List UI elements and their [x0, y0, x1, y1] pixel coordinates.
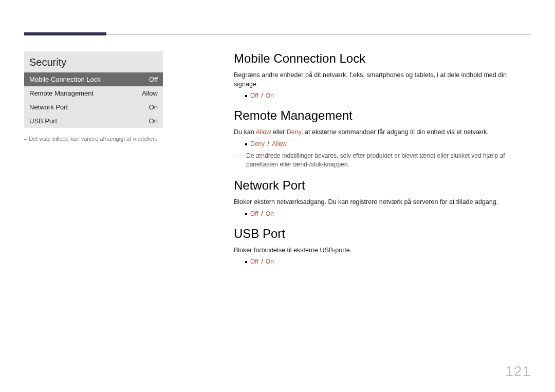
menu-row-value: On [149, 117, 158, 125]
security-panel: Security Mobile Connection Lock Off Remo… [24, 51, 163, 128]
menu-row-label: Remote Management [29, 89, 94, 97]
document-page: Security Mobile Connection Lock Off Remo… [0, 0, 555, 392]
option-separator: / [265, 140, 272, 147]
section-options: Deny / Allow [234, 140, 529, 147]
note-text: De ændrede indstillinger bevares, selv e… [246, 152, 529, 170]
desc-post: , at eksterne kommandoer får adgang til … [301, 128, 489, 136]
menu-row-mobile-connection-lock[interactable]: Mobile Connection Lock Off [24, 72, 163, 86]
section-heading: Remote Management [234, 108, 529, 123]
section-description: Bloker ekstern netværksadgang. Du kan re… [234, 198, 529, 207]
section-options: Off / On [234, 258, 529, 265]
left-column: Security Mobile Connection Lock Off Remo… [24, 51, 163, 142]
option-on: On [266, 92, 274, 99]
desc-pre: Du kan [234, 128, 255, 136]
section-description: Begræns andre enheder på dit netværk, f.… [234, 71, 529, 89]
section-options: Off / On [234, 210, 529, 217]
bullet-icon [245, 95, 247, 97]
panel-title: Security [24, 51, 163, 72]
inline-allow: Allow [255, 128, 271, 136]
option-off: Off [250, 92, 258, 99]
menu-row-network-port[interactable]: Network Port On [24, 100, 163, 114]
menu-row-label: Network Port [29, 103, 68, 111]
menu-row-usb-port[interactable]: USB Port On [24, 114, 163, 128]
section-heading: Network Port [234, 178, 529, 193]
option-on: On [266, 258, 274, 265]
section-description: Du kan Allow eller Deny, at eksterne kom… [234, 128, 529, 137]
option-separator: / [258, 92, 266, 99]
option-on: On [266, 210, 274, 217]
desc-mid: eller [271, 128, 287, 136]
section-remote-management: Remote Management Du kan Allow eller Den… [234, 108, 529, 169]
menu-row-label: Mobile Connection Lock [29, 76, 101, 83]
section-usb-port: USB Port Bloker forbindelse til eksterne… [234, 227, 529, 266]
option-separator: / [258, 258, 266, 265]
accent-bar [24, 32, 106, 35]
bullet-icon [245, 213, 247, 215]
note-dash: ― [236, 152, 242, 160]
section-mobile-connection-lock: Mobile Connection Lock Begræns andre enh… [234, 51, 529, 99]
footnote-dash: – [24, 136, 27, 142]
section-network-port: Network Port Bloker ekstern netværksadga… [234, 178, 529, 217]
option-deny: Deny [250, 140, 265, 147]
menu-row-label: USB Port [29, 117, 57, 125]
left-footnote: – Det viste billede kan variere afhængig… [24, 135, 163, 142]
right-column: Mobile Connection Lock Begræns andre enh… [234, 51, 529, 274]
bullet-icon [245, 143, 247, 145]
inline-deny: Deny [287, 128, 301, 136]
bullet-icon [245, 261, 247, 263]
section-heading: USB Port [234, 227, 529, 241]
section-heading: Mobile Connection Lock [234, 51, 529, 66]
option-separator: / [258, 210, 266, 217]
option-off: Off [250, 258, 258, 265]
menu-row-value: Allow [142, 89, 158, 97]
section-description: Bloker forbindelse til eksterne USB-port… [234, 246, 529, 255]
section-options: Off / On [234, 92, 529, 99]
option-off: Off [250, 210, 258, 217]
page-number: 121 [505, 363, 531, 380]
menu-row-remote-management[interactable]: Remote Management Allow [24, 86, 163, 100]
option-allow: Allow [272, 140, 287, 147]
menu-row-value: Off [149, 76, 158, 83]
section-note: ― De ændrede indstillinger bevares, selv… [234, 152, 529, 170]
footnote-text: Det viste billede kan variere afhængigt … [29, 136, 157, 142]
menu-row-value: On [149, 103, 158, 111]
